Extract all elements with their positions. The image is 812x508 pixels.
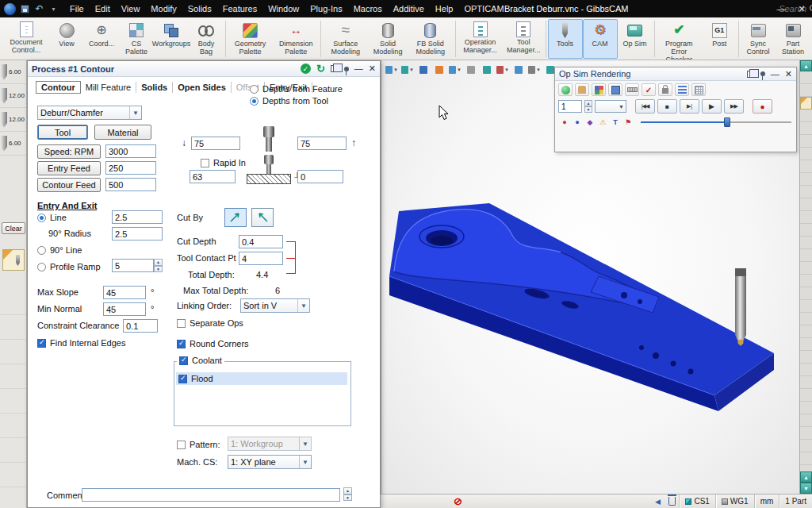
surface-z-field[interactable]: 63 [190,170,236,183]
tool-button[interactable]: Tool [37,125,88,140]
ops-scroll-down-button[interactable]: ▼ [800,483,812,494]
rapid-in-checkbox[interactable] [201,159,209,167]
menu-solids[interactable]: Solids [182,0,217,17]
ribbon-body-bag[interactable]: Body Bag [189,19,224,59]
ribbon-geometry-palette[interactable]: Geometry Palette [228,19,273,59]
ribbon-document-control[interactable]: Document Control... [3,19,49,59]
tool-tile-3[interactable]: 12.00 [0,108,26,132]
float-window-icon[interactable] [331,65,339,72]
operation-slot[interactable] [800,110,812,122]
stock-offset-field[interactable]: 0 [297,170,343,183]
fixture-icon[interactable] [608,83,622,96]
layers-icon[interactable] [511,64,526,76]
entry-line-radio-row[interactable]: Line [37,210,67,225]
report-bars-icon[interactable] [675,83,689,96]
contour-feed-button[interactable]: Contour Feed [37,178,101,192]
ribbon-view[interactable]: View [49,19,84,59]
ribbon-workgroups[interactable]: Workgroups [154,19,189,59]
measure-icon[interactable] [480,64,494,76]
sim-step-forward-button[interactable] [680,99,699,114]
find-internal-edges-checkbox[interactable] [37,339,46,348]
min-normal-field[interactable]: 45 [103,302,146,316]
ribbon-coord[interactable]: Coord... [84,19,119,59]
slider-thumb[interactable] [724,117,730,127]
ribbon-tools[interactable]: Tools [548,19,583,59]
render-sphere-icon[interactable] [558,83,573,96]
coolant-row[interactable]: Coolant [177,356,224,365]
profile-ramp-radio-row[interactable]: Profile Ramp [37,260,101,274]
ops-scroll-up-button[interactable]: ▲ [800,471,812,483]
menu-view[interactable]: View [116,0,146,17]
line90-radio-row[interactable]: 90° Line [37,243,82,257]
menu-file[interactable]: File [64,0,90,17]
rapid-in-row[interactable]: Rapid In [201,156,246,170]
render-mode-menu-icon[interactable]: ▼ [400,64,415,76]
minimize-dialog-icon[interactable]: — [354,64,363,73]
collision-dot-icon[interactable]: ● [560,117,569,127]
text-overlay-icon[interactable]: T [611,117,620,127]
process-slot[interactable] [0,414,26,438]
operation-slot[interactable] [800,198,812,211]
redo-all-icon[interactable]: ↻ [316,64,325,74]
close-dialog-icon[interactable]: ✕ [369,64,376,73]
sim-play-button[interactable] [702,99,722,114]
process-slot[interactable] [0,340,26,364]
operation-slot[interactable] [800,122,812,135]
process-dialog-titlebar[interactable]: Process #1 Contour ✓ ↻ — ✕ [28,61,380,77]
process-slot[interactable] [0,487,26,508]
line-length-field[interactable]: 2.5 [112,210,163,224]
depth-end-field[interactable]: 75 [297,137,347,150]
view-orientation-menu-icon[interactable]: ▼ [385,64,399,76]
tab-contour[interactable]: Contour [36,81,81,94]
depths-from-feature-radio[interactable] [250,85,259,94]
operation-slot[interactable] [800,452,812,465]
speed-rpm-field[interactable]: 3000 [105,144,156,158]
grid-toggle-icon[interactable] [464,64,478,76]
material-button[interactable]: Material [94,125,151,140]
ribbon-cam[interactable]: CAM [583,19,618,59]
depths-from-tool-row[interactable]: Depths from Tool [250,94,328,108]
operation-slot[interactable] [800,160,812,173]
sim-progress-slider[interactable] [641,117,791,128]
interrupt-icon[interactable]: ⊘ [454,496,462,506]
menu-window[interactable]: Window [262,0,304,17]
ribbon-program-error-checker[interactable]: Program Error Checker [656,19,702,59]
close-palette-icon[interactable]: ✕ [785,70,792,79]
workgroup-toggle-icon[interactable] [432,64,446,76]
undo-icon[interactable]: ↶ [33,3,45,14]
separate-ops-checkbox[interactable] [177,319,186,328]
sim-record-button[interactable] [753,99,772,114]
sim-loop-field[interactable]: 1 [558,100,582,113]
cut-by-option-1-button[interactable] [224,208,247,227]
operation-slot[interactable] [800,84,812,97]
float-window-icon[interactable] [747,71,755,78]
pin-icon[interactable] [760,71,765,76]
ribbon-sync-control[interactable]: Sync Control [741,19,776,59]
tab-open-sides[interactable]: Open Sides [173,82,232,93]
do-it-check-icon[interactable]: ✓ [301,64,311,74]
round-corners-row[interactable]: Round Corners [177,337,249,351]
tab-mill-feature[interactable]: Mill Feature [81,82,136,93]
op-sim-titlebar[interactable]: Op Sim Rendering — ✕ [555,67,796,81]
menu-features[interactable]: Features [217,0,262,17]
ribbon-surface-modeling[interactable]: Surface Modeling [323,19,368,59]
sim-skip-start-button[interactable] [635,99,655,114]
operation-slot[interactable] [800,237,812,249]
ops-scroll-top-button[interactable]: ▲ [800,60,812,71]
comment-spinner[interactable]: ▲▼ [343,487,352,501]
menu-opticam[interactable]: OPTICAM [458,0,509,17]
find-internal-edges-row[interactable]: Find Internal Edges [37,336,125,350]
lock-icon[interactable] [658,83,672,96]
save-icon[interactable] [19,3,31,14]
part-count-indicator[interactable]: 1 Part [779,495,812,508]
entry-feed-field[interactable]: 250 [105,161,156,175]
verify-check-icon[interactable]: ✓ [642,83,656,96]
ribbon-op-sim[interactable]: Op Sim [618,19,653,59]
process-tile[interactable] [2,249,25,271]
coolant-checkbox[interactable] [179,356,188,365]
operation-slot[interactable] [800,135,812,148]
contour-feed-field[interactable]: 500 [105,178,156,191]
operation-slot[interactable] [800,211,812,224]
radius-90-field[interactable]: 2.5 [112,227,163,241]
operation-tile[interactable] [800,97,812,110]
